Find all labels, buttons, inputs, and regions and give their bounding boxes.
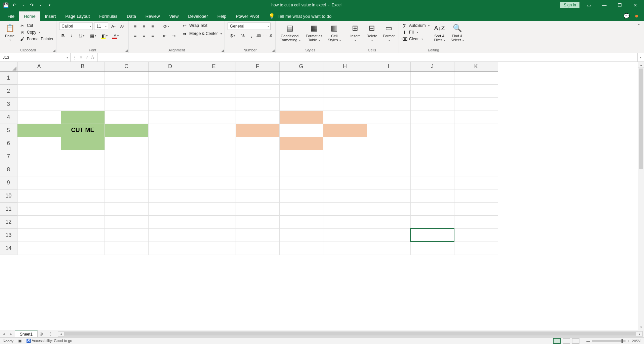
cell[interactable] bbox=[454, 97, 498, 111]
sheet-nav-prev[interactable]: ◂ bbox=[0, 332, 7, 336]
align-top-button[interactable]: ≡ bbox=[131, 23, 139, 30]
col-header[interactable]: G bbox=[279, 62, 323, 71]
cell[interactable] bbox=[323, 228, 367, 242]
cell[interactable] bbox=[454, 202, 498, 215]
cell[interactable] bbox=[192, 163, 236, 176]
cell[interactable] bbox=[323, 137, 367, 150]
cell[interactable] bbox=[323, 71, 367, 84]
undo-icon[interactable]: ↶ bbox=[11, 1, 18, 9]
cell[interactable] bbox=[148, 163, 192, 176]
cell[interactable] bbox=[192, 111, 236, 124]
row-header[interactable]: 2 bbox=[0, 84, 17, 97]
cell[interactable] bbox=[410, 84, 454, 97]
font-color-button[interactable]: A▾ bbox=[111, 32, 121, 39]
cell[interactable] bbox=[279, 150, 323, 163]
vertical-scrollbar[interactable]: ▴ ▾ bbox=[638, 62, 644, 330]
format-cells-button[interactable]: ▭Format▾ bbox=[381, 23, 396, 43]
fill-color-button[interactable]: ◧▾ bbox=[99, 32, 110, 39]
bold-button[interactable]: B bbox=[59, 32, 67, 39]
cell[interactable] bbox=[367, 137, 410, 150]
decrease-decimal-button[interactable]: ←.0 bbox=[265, 32, 273, 39]
cell[interactable] bbox=[279, 111, 323, 124]
tab-help[interactable]: Help bbox=[213, 11, 231, 21]
cell[interactable] bbox=[148, 202, 192, 215]
cell[interactable] bbox=[279, 71, 323, 84]
cell[interactable] bbox=[17, 215, 61, 228]
cell[interactable] bbox=[148, 242, 192, 255]
cell[interactable] bbox=[367, 228, 410, 242]
row-header[interactable]: 13 bbox=[0, 228, 17, 242]
cell[interactable] bbox=[454, 137, 498, 150]
cell[interactable] bbox=[61, 215, 105, 228]
cell[interactable] bbox=[236, 189, 279, 202]
cell[interactable] bbox=[236, 228, 279, 242]
cell[interactable] bbox=[148, 71, 192, 84]
autosum-button[interactable]: ∑AutoSum▾ bbox=[402, 23, 430, 29]
cell[interactable] bbox=[148, 215, 192, 228]
cell[interactable] bbox=[61, 111, 105, 124]
cell[interactable] bbox=[61, 163, 105, 176]
cell[interactable] bbox=[323, 242, 367, 255]
cell[interactable] bbox=[279, 124, 323, 137]
close-button[interactable]: ✕ bbox=[629, 0, 641, 10]
select-all-corner[interactable] bbox=[0, 62, 17, 71]
cell[interactable] bbox=[236, 137, 279, 150]
cell[interactable] bbox=[236, 150, 279, 163]
wrap-text-button[interactable]: ↩Wrap Text bbox=[182, 23, 222, 29]
col-header[interactable]: E bbox=[192, 62, 236, 71]
orientation-button[interactable]: ⟳▾ bbox=[161, 23, 171, 30]
qat-customize-icon[interactable]: ▾ bbox=[46, 1, 53, 9]
grid-area[interactable]: A B C D E F G H I J K 1 2 3 4 5CUT ME 6 … bbox=[0, 62, 638, 330]
cell[interactable] bbox=[410, 242, 454, 255]
row-header[interactable]: 10 bbox=[0, 189, 17, 202]
cell[interactable] bbox=[279, 84, 323, 97]
increase-font-button[interactable]: A▴ bbox=[110, 23, 117, 30]
view-page-layout-button[interactable] bbox=[563, 338, 570, 344]
share-icon[interactable]: 💬 bbox=[623, 13, 630, 19]
cell[interactable] bbox=[454, 150, 498, 163]
cell[interactable] bbox=[61, 71, 105, 84]
cell[interactable] bbox=[17, 202, 61, 215]
undo-caret-icon[interactable]: ▾ bbox=[19, 1, 27, 9]
row-header[interactable]: 6 bbox=[0, 137, 17, 150]
tab-page-layout[interactable]: Page Layout bbox=[61, 11, 94, 21]
cell[interactable] bbox=[323, 215, 367, 228]
cell[interactable] bbox=[192, 228, 236, 242]
cell[interactable] bbox=[17, 242, 61, 255]
tab-data[interactable]: Data bbox=[122, 11, 140, 21]
cell[interactable] bbox=[410, 137, 454, 150]
tab-insert[interactable]: Insert bbox=[40, 11, 61, 21]
cell[interactable] bbox=[323, 163, 367, 176]
cell[interactable] bbox=[148, 189, 192, 202]
cell[interactable] bbox=[323, 111, 367, 124]
scroll-up-icon[interactable]: ▴ bbox=[638, 62, 644, 68]
cell[interactable] bbox=[279, 163, 323, 176]
insert-cells-button[interactable]: ⊞Insert▾ bbox=[348, 23, 362, 43]
decrease-font-button[interactable]: A▾ bbox=[118, 23, 126, 30]
col-header[interactable]: I bbox=[367, 62, 410, 71]
cell[interactable] bbox=[367, 215, 410, 228]
cell[interactable] bbox=[148, 137, 192, 150]
spreadsheet-grid[interactable]: A B C D E F G H I J K 1 2 3 4 5CUT ME 6 … bbox=[0, 62, 498, 255]
cell[interactable] bbox=[105, 228, 148, 242]
zoom-out-button[interactable]: — bbox=[586, 339, 590, 343]
scroll-thumb[interactable] bbox=[64, 332, 636, 336]
col-header[interactable]: H bbox=[323, 62, 367, 71]
cell[interactable] bbox=[236, 202, 279, 215]
row-header[interactable]: 1 bbox=[0, 71, 17, 84]
view-normal-button[interactable] bbox=[553, 338, 561, 344]
col-header[interactable]: F bbox=[236, 62, 279, 71]
tab-developer[interactable]: Developer bbox=[183, 11, 212, 21]
cell[interactable] bbox=[192, 189, 236, 202]
cell[interactable] bbox=[410, 97, 454, 111]
cell[interactable] bbox=[236, 71, 279, 84]
cell[interactable] bbox=[454, 111, 498, 124]
copy-button[interactable]: ⎘Copy▾ bbox=[19, 29, 53, 35]
cell[interactable] bbox=[17, 163, 61, 176]
row-header[interactable]: 8 bbox=[0, 163, 17, 176]
cell[interactable] bbox=[17, 228, 61, 242]
dialog-launcher-icon[interactable]: ◢ bbox=[53, 49, 55, 52]
cell[interactable] bbox=[105, 71, 148, 84]
tab-split-handle[interactable]: ⋮ bbox=[45, 332, 56, 336]
cell[interactable] bbox=[17, 71, 61, 84]
